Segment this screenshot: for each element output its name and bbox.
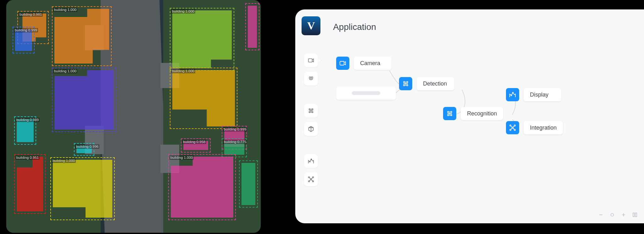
detection-label: building 1.000 [52, 159, 76, 163]
integration-tool-icon[interactable] [304, 172, 318, 186]
node-integration[interactable]: Integration [506, 121, 563, 134]
svg-point-3 [312, 109, 313, 110]
detection-box: building 0.996 [74, 143, 94, 156]
zoom-out-button[interactable] [598, 212, 604, 218]
detection-box: building 1.000 [52, 6, 112, 66]
svg-rect-13 [340, 61, 344, 65]
svg-point-29 [611, 214, 614, 216]
svg-point-27 [510, 129, 511, 131]
detection-label: building 1.000 [169, 155, 194, 160]
detection-box [239, 160, 258, 208]
node-camera[interactable]: Camera [336, 57, 391, 70]
svg-point-11 [308, 181, 310, 182]
svg-point-2 [309, 109, 310, 110]
node-placeholder[interactable] [336, 86, 396, 100]
fit-view-button[interactable] [632, 212, 638, 218]
svg-point-24 [512, 127, 513, 128]
detection-label: building 0.989 [15, 118, 40, 122]
recognizer-tool-icon[interactable] [304, 104, 318, 118]
node-label: Display [524, 88, 561, 101]
recognition-icon [443, 107, 456, 120]
detection-box: building 0.999 [13, 27, 35, 53]
detection-label: building 1.000 [53, 69, 77, 73]
detection-box: building 1.000 [170, 68, 237, 129]
svg-point-18 [447, 111, 449, 113]
svg-point-10 [313, 177, 314, 178]
node-label: Integration [524, 121, 563, 134]
svg-point-12 [313, 181, 314, 182]
detection-icon [399, 77, 412, 90]
zoom-in-button[interactable] [621, 212, 626, 218]
detection-box: building 0.951 [14, 154, 46, 214]
node-display[interactable]: Display [506, 88, 561, 101]
node-recognition[interactable]: Recognition [443, 107, 503, 120]
node-label: Camera [354, 57, 391, 70]
detection-label: building 0.775 [223, 140, 247, 144]
detection-label: building 1.000 [171, 9, 195, 14]
brand-letter: V [307, 20, 315, 32]
svg-point-1 [310, 77, 312, 79]
detection-box [245, 3, 259, 50]
svg-rect-0 [308, 59, 312, 62]
camera-icon [336, 57, 349, 70]
zoom-reset-button[interactable] [609, 212, 615, 218]
object-tool-icon[interactable] [304, 122, 318, 136]
detection-box: building 1.000 [170, 8, 234, 71]
detection-label: building 0.981 [19, 12, 43, 17]
detection-box: building 0.958 [181, 138, 211, 153]
detection-box: building 0.989 [14, 116, 36, 145]
detection-box: building 1.000 [52, 68, 116, 132]
detection-label: building 1.000 [53, 8, 77, 12]
aerial-detection-image: building 0.981building 1.000building 1.0… [6, 0, 261, 233]
detection-label: building 0.951 [15, 155, 40, 160]
display-tool-icon[interactable] [304, 154, 318, 168]
zoom-controls [598, 212, 638, 218]
svg-point-16 [403, 85, 405, 86]
svg-point-14 [403, 81, 405, 83]
svg-point-19 [451, 111, 452, 113]
svg-point-26 [514, 125, 515, 126]
svg-point-9 [308, 177, 310, 178]
svg-rect-31 [636, 213, 637, 217]
svg-rect-30 [633, 213, 635, 217]
application-editor-panel: V Application [295, 9, 644, 223]
node-label: Detection [417, 77, 454, 90]
detection-box: building 1.000 [168, 154, 236, 220]
detection-label: building 0.999 [14, 28, 38, 32]
detection-label: building 0.958 [182, 140, 206, 144]
detector-tool-icon[interactable] [304, 72, 318, 86]
svg-point-15 [407, 81, 408, 83]
svg-point-20 [447, 114, 449, 116]
camera-tool-icon[interactable] [304, 53, 318, 67]
svg-point-4 [309, 112, 310, 113]
svg-point-8 [310, 179, 312, 180]
svg-point-28 [514, 129, 515, 131]
display-icon [506, 88, 519, 101]
node-detection[interactable]: Detection [399, 77, 454, 90]
svg-point-25 [510, 125, 511, 126]
detection-box: building 1.000 [50, 157, 115, 220]
detection-label: building 0.996 [75, 144, 99, 149]
svg-point-17 [407, 85, 408, 86]
integration-icon [506, 121, 519, 134]
flow-canvas[interactable]: Camera Detection Recognition Display [327, 9, 644, 223]
node-label: Recognition [461, 107, 503, 120]
svg-point-5 [312, 112, 313, 113]
detection-label: building 1.000 [171, 69, 195, 73]
detection-label: building 0.999 [223, 127, 247, 131]
tool-sidebar: V [302, 16, 324, 186]
svg-point-21 [451, 114, 452, 116]
brand-logo[interactable]: V [302, 16, 320, 35]
